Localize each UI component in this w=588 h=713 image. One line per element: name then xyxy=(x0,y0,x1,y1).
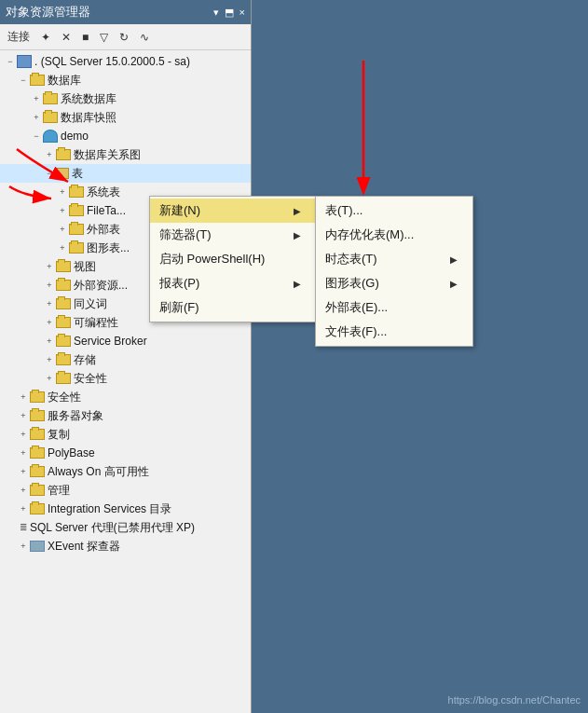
server-security-expand-icon[interactable]: + xyxy=(17,389,30,405)
replication-node[interactable]: + 复制 xyxy=(0,425,251,444)
storage-label: 存储 xyxy=(74,351,251,368)
replication-folder-icon xyxy=(30,429,45,440)
db-snapshot-folder-icon xyxy=(43,112,58,123)
submenu-item-graph-table-label: 图形表(G) xyxy=(325,275,379,292)
filter-button[interactable]: ▽ xyxy=(96,29,112,46)
server-objects-folder-icon xyxy=(30,410,45,421)
menu-item-new[interactable]: 新建(N) ▶ xyxy=(150,199,316,223)
submenu-item-temporal-table-arrow: ▶ xyxy=(450,254,458,265)
db-security-expand-icon[interactable]: + xyxy=(43,370,56,387)
databases-expand-icon[interactable]: − xyxy=(17,72,30,89)
menu-item-filter[interactable]: 筛选器(T) ▶ xyxy=(150,223,316,247)
submenu-item-graph-table[interactable]: 图形表(G) ▶ xyxy=(316,271,472,295)
submenu-item-temporal-table[interactable]: 时态表(T) ▶ xyxy=(316,247,472,271)
polybase-node[interactable]: + PolyBase xyxy=(0,444,251,462)
tables-expand-icon[interactable]: − xyxy=(43,165,56,182)
xevent-expand-icon[interactable]: + xyxy=(17,538,30,555)
activity-monitor-button[interactable]: ∿ xyxy=(136,29,153,46)
management-expand-icon[interactable]: + xyxy=(17,482,30,499)
tables-label: 表 xyxy=(72,165,251,182)
replication-label: 复制 xyxy=(48,426,251,443)
server-objects-expand-icon[interactable]: + xyxy=(17,407,30,424)
db-diagram-expand-icon[interactable]: + xyxy=(43,146,56,163)
object-explorer-tree[interactable]: − . (SQL Server 15.0.2000.5 - sa) − 数据库 … xyxy=(0,50,251,713)
storage-expand-icon[interactable]: + xyxy=(43,351,56,368)
filetable-folder-icon xyxy=(69,205,84,216)
menu-item-report[interactable]: 报表(P) ▶ xyxy=(150,271,316,295)
xevent-node[interactable]: + XEvent 探查器 xyxy=(0,537,251,555)
synonyms-expand-icon[interactable]: + xyxy=(43,295,56,312)
submenu-item-graph-table-arrow: ▶ xyxy=(450,279,458,289)
databases-folder-icon xyxy=(30,75,45,86)
demo-db-icon xyxy=(43,130,58,143)
sys-databases-expand-icon[interactable]: + xyxy=(30,90,43,107)
menu-item-powershell[interactable]: 启动 PowerShell(H) xyxy=(150,247,316,271)
sys-databases-folder-icon xyxy=(43,93,58,104)
tables-folder-icon xyxy=(56,168,69,179)
menu-item-refresh-label: 刷新(F) xyxy=(159,299,199,316)
storage-node[interactable]: + 存储 xyxy=(0,350,251,369)
databases-label: 数据库 xyxy=(48,72,251,89)
sql-agent-node[interactable]: ≣ SQL Server 代理(已禁用代理 XP) xyxy=(0,518,251,537)
always-on-node[interactable]: + Always On 高可用性 xyxy=(0,462,251,481)
filetable-expand-icon[interactable]: + xyxy=(56,202,69,219)
submenu-item-mem-opt-table-label: 内存优化表(M)... xyxy=(325,226,414,243)
submenu-item-table[interactable]: 表(T)... xyxy=(316,199,472,223)
integration-services-label: Integration Services 目录 xyxy=(48,500,251,517)
stop-button[interactable]: ■ xyxy=(78,29,92,46)
undock-icon[interactable]: ⬒ xyxy=(225,7,234,19)
xevent-label: XEvent 探查器 xyxy=(48,538,251,555)
demo-node[interactable]: − demo xyxy=(0,127,251,145)
submenu-item-table-label: 表(T)... xyxy=(325,202,362,219)
db-diagram-label: 数据库关系图 xyxy=(74,146,251,163)
ext-tables-expand-icon[interactable]: + xyxy=(56,221,69,238)
submenu-item-ext-table[interactable]: 外部表(E)... xyxy=(316,295,472,320)
integration-services-expand-icon[interactable]: + xyxy=(17,500,30,517)
service-broker-node[interactable]: + Service Broker xyxy=(0,332,251,350)
server-objects-label: 服务器对象 xyxy=(48,407,251,424)
service-broker-expand-icon[interactable]: + xyxy=(43,333,56,350)
context-menu: 新建(N) ▶ 筛选器(T) ▶ 启动 PowerShell(H) 报表(P) … xyxy=(149,196,317,322)
management-node[interactable]: + 管理 xyxy=(0,481,251,500)
db-snapshot-expand-icon[interactable]: + xyxy=(30,109,43,126)
service-broker-label: Service Broker xyxy=(74,333,251,350)
server-expand-icon[interactable]: − xyxy=(4,53,17,70)
graph-tables-folder-icon xyxy=(69,242,84,254)
ext-tables-folder-icon xyxy=(69,224,84,235)
server-node[interactable]: − . (SQL Server 15.0.2000.5 - sa) xyxy=(0,52,251,71)
demo-expand-icon[interactable]: − xyxy=(30,128,43,144)
pin-icon[interactable]: ▾ xyxy=(213,7,219,19)
always-on-expand-icon[interactable]: + xyxy=(17,463,30,480)
db-security-node[interactable]: + 安全性 xyxy=(0,369,251,388)
menu-item-powershell-label: 启动 PowerShell(H) xyxy=(159,251,265,267)
db-security-folder-icon xyxy=(56,373,71,384)
polybase-expand-icon[interactable]: + xyxy=(17,445,30,461)
graph-tables-expand-icon[interactable]: + xyxy=(56,240,69,256)
sys-tables-expand-icon[interactable]: + xyxy=(56,184,69,200)
sys-databases-node[interactable]: + 系统数据库 xyxy=(0,89,251,108)
sql-agent-label: SQL Server 代理(已禁用代理 XP) xyxy=(30,519,251,536)
new-query-button[interactable]: ✦ xyxy=(37,29,54,46)
tables-node[interactable]: − 表 xyxy=(0,164,251,183)
db-snapshot-node[interactable]: + 数据库快照 xyxy=(0,108,251,127)
menu-item-refresh[interactable]: 刷新(F) xyxy=(150,295,316,320)
sys-databases-label: 系统数据库 xyxy=(61,90,251,107)
disconnect-button[interactable]: ✕ xyxy=(58,29,75,46)
submenu-item-file-table[interactable]: 文件表(F)... xyxy=(316,320,472,344)
db-diagram-node[interactable]: + 数据库关系图 xyxy=(0,145,251,164)
integration-services-node[interactable]: + Integration Services 目录 xyxy=(0,500,251,518)
server-security-node[interactable]: + 安全性 xyxy=(0,388,251,406)
databases-node[interactable]: − 数据库 xyxy=(0,71,251,89)
refresh-button[interactable]: ↻ xyxy=(116,29,132,46)
views-expand-icon[interactable]: + xyxy=(43,258,56,275)
connect-button[interactable]: 连接 xyxy=(4,27,34,47)
close-icon[interactable]: × xyxy=(239,7,245,18)
programmability-expand-icon[interactable]: + xyxy=(43,314,56,331)
submenu: 表(T)... 内存优化表(M)... 时态表(T) ▶ 图形表(G) ▶ 外部… xyxy=(315,196,473,347)
synonyms-folder-icon xyxy=(56,298,71,309)
ext-resources-expand-icon[interactable]: + xyxy=(43,277,56,294)
sql-agent-expand-icon[interactable]: ≣ xyxy=(17,519,30,536)
submenu-item-mem-opt-table[interactable]: 内存优化表(M)... xyxy=(316,223,472,247)
server-objects-node[interactable]: + 服务器对象 xyxy=(0,406,251,425)
replication-expand-icon[interactable]: + xyxy=(17,426,30,443)
